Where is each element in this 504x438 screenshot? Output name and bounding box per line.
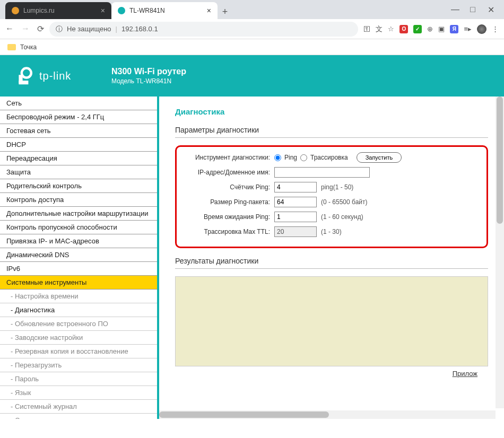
submenu-reboot[interactable]: - Перезагрузить — [0, 358, 157, 372]
menu-dhcp[interactable]: DHCP — [0, 138, 157, 152]
count-hint: ping(1 - 50) — [321, 183, 353, 191]
submenu-factory[interactable]: - Заводские настройки — [0, 331, 157, 345]
url-box[interactable]: ⓘ Не защищено | 192.168.0.1 — [49, 22, 358, 37]
browser-tab-inactive[interactable]: Lumpics.ru × — [5, 2, 111, 19]
vertical-scrollbar[interactable] — [496, 97, 504, 408]
timeout-input[interactable] — [274, 212, 317, 222]
timeout-label: Время ожидания Ping: — [184, 213, 274, 221]
opera-ext-icon[interactable]: O — [399, 25, 408, 33]
trace-option-label: Трассировка — [310, 154, 348, 161]
reload-icon[interactable]: ⟳ — [37, 24, 44, 34]
close-icon[interactable]: × — [101, 6, 105, 15]
results-heading: Результаты диагностики — [175, 257, 488, 269]
menu-bandwidth[interactable]: Контроль пропускной способности — [0, 221, 157, 234]
tab-strip: Lumpics.ru × TL-WR841N × + — □ ✕ — [0, 0, 504, 19]
forward-icon[interactable]: → — [21, 24, 30, 34]
submenu-syslog[interactable]: - Системный журнал — [0, 400, 157, 414]
page-title: Диагностика — [175, 107, 488, 116]
bookmark-item[interactable]: Точка — [20, 43, 37, 51]
ip-label: IP-адрес/Доменное имя: — [184, 169, 274, 176]
menu-routing[interactable]: Дополнительные настройки маршрутизации — [0, 207, 157, 221]
menu-access[interactable]: Контроль доступа — [0, 193, 157, 207]
ping-radio[interactable] — [274, 154, 281, 161]
url-text: 192.168.0.1 — [121, 25, 158, 33]
security-label: Не защищено — [67, 25, 111, 33]
bookmarks-bar: Точка — [0, 39, 504, 55]
submenu-stats[interactable]: - Статистика — [0, 414, 157, 419]
maximize-icon[interactable]: □ — [469, 5, 476, 15]
menu-ddns[interactable]: Динамический DNS — [0, 248, 157, 262]
minimize-icon[interactable]: — — [451, 5, 458, 15]
browser-tab-active[interactable]: TL-WR841N × — [111, 2, 218, 19]
banner-title: N300 Wi-Fi роутер — [111, 67, 186, 76]
count-label: Счётчик Ping: — [184, 183, 274, 191]
menu-ipmac[interactable]: Привязка IP- и MAC-адресов — [0, 234, 157, 248]
submenu-password[interactable]: - Пароль — [0, 372, 157, 386]
menu-icon[interactable]: ⋮ — [492, 25, 499, 33]
menu-forwarding[interactable]: Переадресация — [0, 152, 157, 165]
menu-wireless[interactable]: Беспроводной режим - 2,4 ГГц — [0, 110, 157, 124]
results-box — [175, 276, 488, 366]
back-icon[interactable]: ← — [5, 24, 14, 34]
menu-parental[interactable]: Родительский контроль — [0, 179, 157, 193]
submenu-diagnostics[interactable]: - Диагностика — [0, 303, 157, 317]
menu-ipv6[interactable]: IPv6 — [0, 262, 157, 276]
params-heading: Параметры диагностики — [175, 126, 488, 138]
globe-icon[interactable]: ⊕ — [427, 25, 433, 33]
menu-systools[interactable]: Системные инструменты — [0, 276, 157, 290]
diagnostic-form-highlight: Инструмент диагностики: Ping Трассировка… — [175, 145, 488, 248]
tab-title: Lumpics.ru — [23, 7, 97, 14]
trace-radio[interactable] — [300, 154, 307, 161]
ping-option-label: Ping — [284, 154, 297, 161]
tplink-logo-icon — [16, 66, 35, 85]
size-label: Размер Ping-пакета: — [184, 198, 274, 206]
address-bar: ← → ⟳ ⓘ Не защищено | 192.168.0.1 ⚿ 文 ☆ … — [0, 19, 504, 39]
menu-guest[interactable]: Гостевая сеть — [0, 124, 157, 138]
logo-text: tp-link — [39, 70, 71, 82]
translate-icon[interactable]: 文 — [376, 24, 383, 34]
ttl-hint: (1 - 30) — [321, 228, 342, 235]
cube-icon[interactable]: ▣ — [438, 25, 445, 33]
ad-ext-icon[interactable]: Я — [450, 25, 458, 33]
close-window-icon[interactable]: ✕ — [487, 5, 494, 15]
close-icon[interactable]: × — [207, 6, 211, 15]
sidebar-menu[interactable]: Сеть Беспроводной режим - 2,4 ГГц Гостев… — [0, 97, 159, 419]
menu-network[interactable]: Сеть — [0, 97, 157, 110]
svg-point-0 — [22, 68, 31, 78]
timeout-hint: (1 - 60 секунд) — [321, 213, 363, 221]
info-icon[interactable]: ⓘ — [56, 24, 63, 34]
check-ext-icon[interactable]: ✓ — [413, 25, 422, 33]
favicon — [118, 7, 125, 14]
tool-label: Инструмент диагностики: — [184, 154, 274, 161]
size-input[interactable] — [274, 197, 317, 207]
reader-icon[interactable]: ≡▸ — [464, 25, 472, 33]
window-controls: — □ ✕ — [451, 5, 504, 19]
menu-security[interactable]: Защита — [0, 165, 157, 179]
ttl-input — [274, 226, 317, 237]
tab-title: TL-WR841N — [129, 7, 203, 14]
banner-model: Модель TL-WR841N — [111, 77, 186, 85]
folder-icon — [7, 44, 16, 50]
avatar-icon[interactable] — [477, 24, 486, 34]
ttl-label: Трассировка Max TTL: — [184, 228, 274, 235]
star-icon[interactable]: ☆ — [388, 25, 394, 33]
start-button[interactable]: Запустить — [357, 152, 402, 163]
horizontal-scrollbar[interactable] — [159, 410, 496, 419]
submenu-language[interactable]: - Язык — [0, 386, 157, 400]
svg-rect-2 — [19, 81, 28, 84]
ip-input[interactable] — [274, 167, 370, 178]
router-page: tp-link N300 Wi-Fi роутер Модель TL-WR84… — [0, 55, 504, 419]
submenu-time[interactable]: - Настройка времени — [0, 290, 157, 303]
logo: tp-link — [16, 66, 111, 85]
size-hint: (0 - 65500 байт) — [321, 198, 368, 206]
new-tab-button[interactable]: + — [218, 4, 232, 19]
router-banner: tp-link N300 Wi-Fi роутер Модель TL-WR84… — [0, 55, 504, 97]
toolbar-extensions: ⚿ 文 ☆ O ✓ ⊕ ▣ Я ≡▸ ⋮ — [363, 24, 499, 34]
key-icon[interactable]: ⚿ — [363, 25, 370, 33]
main-panel: Диагностика Параметры диагностики Инстру… — [159, 97, 504, 419]
submenu-firmware[interactable]: - Обновление встроенного ПО — [0, 317, 157, 331]
submenu-backup[interactable]: - Резервная копия и восстановление — [0, 345, 157, 358]
count-input[interactable] — [274, 182, 317, 192]
footer-link[interactable]: Прилож — [175, 370, 488, 378]
favicon — [12, 7, 19, 14]
